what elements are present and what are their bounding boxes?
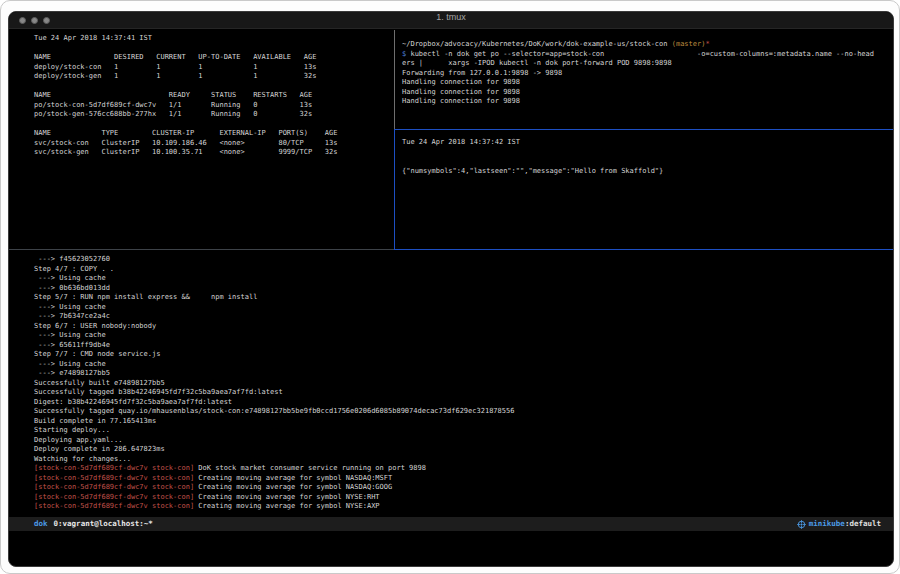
terminal-line: [stock-con-5d7df689cf-dwc7v stock-con] C… (34, 502, 894, 512)
terminal-line: ---> 65611ff9db4e (34, 341, 894, 351)
terminal-line: Handling connection for 9898 (402, 97, 894, 107)
pane-kubectl-watch[interactable]: Tue 24 Apr 2018 14:37:41 IST NAME DESIRE… (9, 30, 394, 249)
terminal-line: $ kubectl -n dok get po --selector=app=s… (402, 50, 894, 60)
terminal-line: Forwarding from 127.0.0.1:9898 -> 9898 (402, 69, 894, 79)
terminal-line: [stock-con-5d7df689cf-dwc7v stock-con] C… (34, 493, 894, 503)
terminal-line: po/stock-gen-576cc688bb-277hx 1/1 Runnin… (34, 110, 394, 120)
pane-service-response[interactable]: Tue 24 Apr 2018 14:37:42 IST {"numsymbol… (396, 130, 894, 249)
terminal-line: Deploy complete in 286.647823ms (34, 445, 894, 455)
session-name-badge: dok (34, 517, 48, 531)
page-background: 1. tmux Tue 24 Apr 2018 14:37:41 IST NAM… (0, 0, 900, 574)
terminal-line (34, 120, 394, 130)
pane-border-vertical[interactable] (394, 30, 395, 129)
terminal-line: ---> Using cache (34, 360, 894, 370)
terminal-line: deploy/stock-con 1 1 1 1 13s (34, 63, 394, 73)
minimize-button[interactable] (31, 17, 38, 24)
active-pane-border-left[interactable] (394, 129, 395, 250)
terminal-line: {"numsymbols":4,"lastseen":"","message":… (402, 167, 894, 177)
zoom-button[interactable] (43, 17, 50, 24)
window-title: 1. tmux (9, 12, 893, 22)
terminal-line: Successfully tagged b38b42246945fd7f32c5… (34, 388, 894, 398)
active-pane-border-bottom[interactable] (395, 249, 894, 250)
kubernetes-helm-icon (797, 520, 806, 529)
terminal-line: Handling connection for 9898 (402, 88, 894, 98)
terminal-line: ---> Using cache (34, 303, 894, 313)
terminal-line: [stock-con-5d7df689cf-dwc7v stock-con] D… (34, 464, 894, 474)
terminal-line: Deploying app.yaml... (34, 436, 894, 446)
terminal-line: Successfully built e74898127bb5 (34, 379, 894, 389)
terminal-line: ---> e74898127bb5 (34, 369, 894, 379)
kube-context-label: minikube (809, 517, 845, 531)
terminal-line: ---> f45623052760 (34, 255, 894, 265)
terminal-line (34, 82, 394, 92)
terminal-line: ~/Dropbox/advocacy/Kubernetes/DoK/work/d… (402, 40, 894, 50)
active-pane-border-top[interactable] (395, 129, 894, 130)
status-window-item[interactable]: 0:vagrant@localhost:~* (54, 517, 153, 531)
terminal-line: Step 6/7 : USER nobody:nobody (34, 322, 894, 332)
terminal-line (402, 148, 894, 158)
terminal-line: NAME READY STATUS RESTARTS AGE (34, 91, 394, 101)
terminal-line: Build complete in 77.165413ms (34, 417, 894, 427)
terminal-line: Step 4/7 : COPY . . (34, 265, 894, 275)
traffic-lights (19, 17, 50, 24)
terminal-line: [stock-con-5d7df689cf-dwc7v stock-con] C… (34, 483, 894, 493)
terminal-line: Tue 24 Apr 2018 14:37:41 IST (34, 34, 394, 44)
titlebar: 1. tmux (9, 12, 893, 29)
terminal-line: NAME DESIRED CURRENT UP-TO-DATE AVAILABL… (34, 53, 394, 63)
terminal-line: ---> 0b636bd013dd (34, 284, 894, 294)
close-button[interactable] (19, 17, 26, 24)
kube-namespace-label: :default (845, 517, 881, 531)
terminal-line: Tue 24 Apr 2018 14:37:42 IST (402, 138, 894, 148)
terminal-line (34, 44, 394, 54)
terminal-line: ---> Using cache (34, 274, 894, 284)
terminal-line: Starting deploy... (34, 426, 894, 436)
terminal-line: svc/stock-gen ClusterIP 10.100.35.71 <no… (34, 148, 394, 158)
terminal-line (402, 157, 894, 167)
terminal-line: po/stock-con-5d7df689cf-dwc7v 1/1 Runnin… (34, 101, 394, 111)
terminal-window: 1. tmux Tue 24 Apr 2018 14:37:41 IST NAM… (8, 11, 894, 567)
terminal-line: Watching for changes... (34, 455, 894, 465)
terminal-line: Step 7/7 : CMD node service.js (34, 350, 894, 360)
terminal-line: Successfully tagged quay.io/mhausenblas/… (34, 407, 894, 417)
terminal-line: Handling connection for 9898 (402, 78, 894, 88)
tmux-status-bar: dok 0:vagrant@localhost:~* minikube :def… (9, 517, 893, 531)
terminal-line: NAME TYPE CLUSTER-IP EXTERNAL-IP PORT(S)… (34, 129, 394, 139)
terminal-line: deploy/stock-gen 1 1 1 1 32s (34, 72, 394, 82)
terminal-line: svc/stock-con ClusterIP 10.109.186.46 <n… (34, 139, 394, 149)
terminal-line: [stock-con-5d7df689cf-dwc7v stock-con] C… (34, 474, 894, 484)
terminal-line: ers | xargs -IPOD kubectl -n dok port-fo… (402, 59, 894, 69)
terminal-line: Digest: b38b42246945fd7f32c5ba9aea7af7fd… (34, 398, 894, 408)
pane-border-horizontal[interactable] (9, 249, 394, 250)
terminal-line: ---> 7b6347ce2a4c (34, 312, 894, 322)
terminal-line: Step 5/7 : RUN npm install express && np… (34, 293, 894, 303)
pane-skaffold-build-log[interactable]: ---> f45623052760Step 4/7 : COPY . . ---… (9, 250, 894, 517)
terminal-line: ---> Using cache (34, 331, 894, 341)
pane-port-forward[interactable]: ~/Dropbox/advocacy/Kubernetes/DoK/work/d… (396, 30, 894, 129)
